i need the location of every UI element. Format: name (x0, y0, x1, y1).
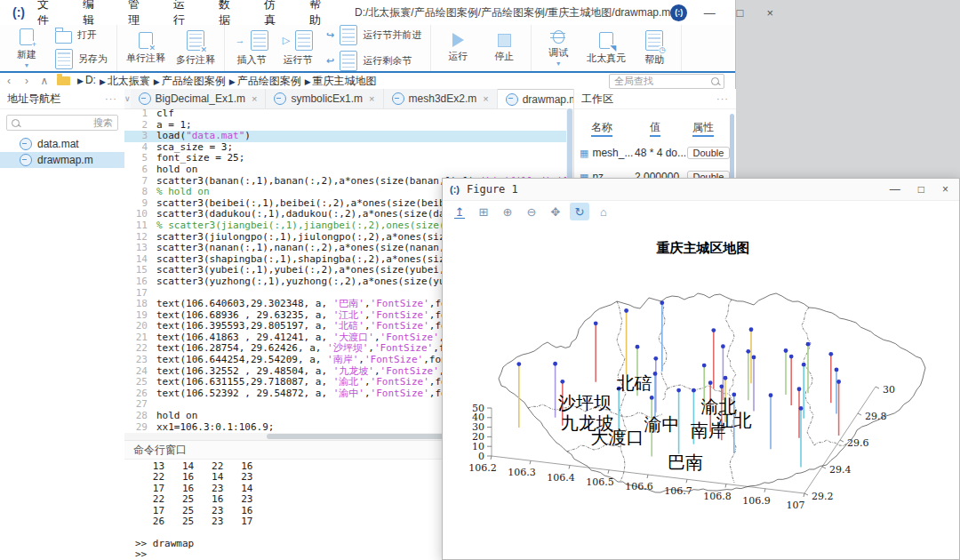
fit-view-icon[interactable]: ⊞ (474, 203, 493, 220)
zoom-out-icon[interactable]: ⊖ (522, 203, 541, 220)
svg-text:渝中: 渝中 (644, 413, 679, 435)
matrix-icon: ▦ (580, 148, 588, 159)
pan-icon[interactable]: ✥ (546, 203, 565, 220)
figure-logo-icon: (:) (450, 184, 460, 195)
sidebar-header: 地址导航栏 ··· (0, 89, 124, 109)
line-number: 7 (124, 176, 156, 188)
file-icon (20, 154, 32, 166)
workspace-title: 工作区 (581, 92, 613, 107)
tab-mesh3dEx2.m[interactable]: mesh3dEx2.m× (384, 89, 498, 108)
svg-text:106.3: 106.3 (508, 467, 536, 478)
new-button[interactable]: + 新建 ▼ (9, 28, 44, 68)
file-icon (20, 138, 32, 150)
workspace-column-header[interactable]: 属性 (692, 121, 714, 137)
help-icon: ◷ (645, 30, 663, 51)
multi-comment-button[interactable]: ✕ 多行注释 (176, 30, 215, 67)
figure-maximize-button[interactable]: □ (918, 183, 924, 196)
forward-button[interactable]: › (18, 75, 36, 87)
line-number: 29 (124, 422, 156, 433)
single-comment-icon: ✕ (139, 32, 153, 49)
insert-section-button[interactable]: → 插入节 (234, 30, 269, 67)
plot-canvas[interactable]: 重庆主城区地图106.2106.3106.4106.5106.6106.7106… (443, 223, 959, 559)
minimize-button[interactable]: — (701, 6, 717, 20)
global-search-input[interactable]: 全局查找 (609, 74, 724, 89)
close-button[interactable]: × (762, 6, 778, 20)
run-section-button[interactable]: ▷ 运行节 (280, 30, 316, 67)
figure-window-controls: — □ × (890, 183, 959, 196)
figure-window: (:) Figure 1 — □ × ↥⊞⊕⊖✥↻⌂ 重庆主城区地图106.21… (442, 178, 960, 560)
sidebar-title: 地址导航栏 (7, 92, 60, 107)
tab-close-icon[interactable]: × (369, 93, 374, 104)
ribbon-group-run: 运行 停止 (431, 25, 532, 71)
svg-text:重庆主城区地图: 重庆主城区地图 (657, 240, 750, 256)
line-number: 5 (124, 153, 156, 164)
up-button[interactable]: ∧ (36, 75, 53, 87)
breadcrumb-segment[interactable]: ▶产品绘图案例 (154, 74, 226, 89)
single-comment-button[interactable]: ✕ 单行注释 (126, 32, 165, 65)
editor-tabbar: ∨ BigDecimal_Ex1.m×symbolicEx1.m×mesh3dE… (124, 89, 573, 109)
svg-text:29.4: 29.4 (829, 464, 852, 476)
run-button[interactable]: 运行 (440, 33, 476, 63)
save-as-button[interactable]: 另存为 (55, 49, 108, 69)
workspace-menu-button[interactable]: ··· (716, 93, 729, 104)
tab-close-icon[interactable]: × (252, 93, 257, 104)
open-button[interactable]: 打开 (55, 28, 108, 44)
ribbon-group-section: → 插入节 ▷ 运行节 ↪ 运行节并前进 ↩ 运行剩余节 (225, 25, 431, 71)
line-number: 2 (124, 120, 156, 132)
rotate-icon[interactable]: ↻ (570, 203, 589, 220)
file-item-drawmap.m[interactable]: drawmap.m (0, 152, 124, 168)
maximize-button[interactable]: □ (732, 6, 748, 20)
line-number: 6 (124, 164, 156, 176)
baltam-icon: ◥ (599, 32, 613, 49)
tab-list-dropdown[interactable]: ∨ (124, 89, 131, 108)
breadcrumb-arrow-icon: ▶ (154, 77, 160, 86)
breadcrumb-arrow-icon: ▶ (305, 77, 311, 86)
home-icon[interactable]: ⌂ (594, 203, 613, 220)
figure-title: Figure 1 (467, 183, 518, 196)
ribbon-group-file: + 新建 ▼ 打开 另存为 (0, 25, 117, 71)
folder-icon (57, 76, 70, 85)
run-rest-sections-icon: ↩ (326, 55, 334, 67)
svg-text:106.8: 106.8 (703, 491, 732, 502)
tab-BigDecimal_Ex1.m[interactable]: BigDecimal_Ex1.m× (131, 89, 267, 108)
code-text: xx1=106.3:0.1:106.9; (156, 422, 274, 433)
figure-close-button[interactable]: × (942, 183, 948, 196)
zoom-in-icon[interactable]: ⊕ (498, 203, 517, 220)
export-icon[interactable]: ↥ (450, 203, 469, 220)
svg-text:29.8: 29.8 (865, 411, 887, 422)
workspace-row-mesh_...[interactable]: ▦mesh_...48 * 4 do...Double (574, 147, 736, 159)
insert-section-icon: → (236, 35, 245, 45)
figure-minimize-button[interactable]: — (890, 183, 900, 196)
file-icon (506, 93, 518, 106)
baltam-button[interactable]: ◥ 北太真元 (587, 32, 626, 65)
workspace-column-header[interactable]: 名称 (591, 121, 612, 137)
scatter-stems (516, 300, 841, 467)
stop-button[interactable]: 停止 (486, 34, 522, 63)
sidebar-search-input[interactable]: 搜索 (6, 115, 118, 131)
back-button[interactable]: ‹ (0, 75, 18, 87)
run-section-forward-button[interactable]: ↪ 运行节并前进 (326, 25, 421, 45)
line-number: 4 (124, 142, 156, 154)
help-button[interactable]: ◷ 帮助 (636, 30, 672, 67)
run-rest-sections-button[interactable]: ↩ 运行剩余节 (326, 51, 421, 71)
line-number: 23 (124, 355, 156, 366)
breadcrumb-segment[interactable]: ▶重庆主城地图 (305, 74, 377, 89)
workspace-column-header[interactable]: 值 (650, 121, 660, 137)
tab-symbolicEx1.m[interactable]: symbolicEx1.m× (266, 89, 383, 108)
figure-toolbar: ↥⊞⊕⊖✥↻⌂ (443, 200, 960, 223)
sidebar-menu-button[interactable]: ··· (105, 93, 117, 104)
breadcrumb-segment[interactable]: ▶D: (77, 74, 96, 89)
window-controls: (:) — □ × (670, 4, 788, 21)
svg-text:50: 50 (472, 403, 484, 414)
tab-close-icon[interactable]: × (483, 93, 488, 104)
bug-icon (553, 30, 564, 44)
file-icon (392, 92, 404, 105)
debug-button[interactable]: 调试 ▼ (540, 30, 576, 66)
line-number: 13 (124, 243, 156, 254)
breadcrumb-segment[interactable]: ▶北太振寰 (100, 74, 150, 89)
breadcrumb-segment[interactable]: ▶产品绘图案例 (229, 74, 301, 89)
svg-text:南岸: 南岸 (691, 420, 726, 441)
file-item-data.mat[interactable]: data.mat (0, 136, 124, 152)
workspace-header: 工作区 ··· (574, 89, 736, 109)
svg-text:107: 107 (787, 500, 805, 511)
